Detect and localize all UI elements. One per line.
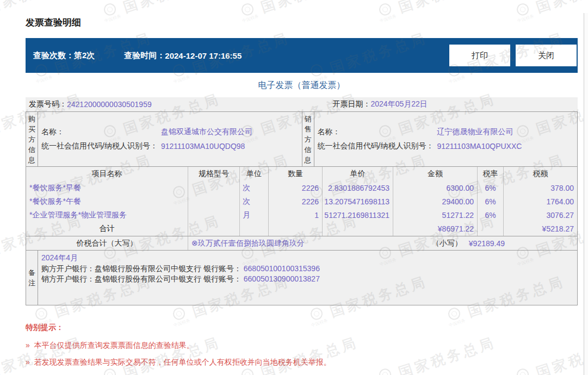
remarks-section: 备注 2024年4月 购方开户银行：盘锦银行股份有限公司中银支行 银行账号： 6… bbox=[26, 251, 578, 305]
bullet-icon: » bbox=[26, 358, 30, 367]
bullet-icon: » bbox=[26, 341, 30, 351]
header-amount: 金额 bbox=[393, 167, 478, 181]
item-unit-cell: 次 bbox=[240, 195, 269, 208]
notice-title: 特别提示： bbox=[26, 323, 578, 333]
buyer-body: 名称： 盘锦双通城市公交有限公司 统一社会信用代码/纳税人识别号： 912111… bbox=[38, 112, 302, 166]
item-unit-cell: 次 bbox=[240, 181, 269, 195]
amount-numeric-group: （小写） ¥92189.49 bbox=[432, 239, 505, 248]
notice-item: » 本平台仅提供所查询发票票面信息的查验结果。 bbox=[26, 341, 578, 351]
grand-total-row: 价税合计（大写） ⊗玖万贰仟壹佰捌拾玖圆肆角玖分 （小写） ¥92189.49 bbox=[26, 236, 578, 251]
invoice-date-value: 2024年05月22日 bbox=[371, 99, 428, 109]
buyer-taxid-value: 91211103MA10UQDQ98 bbox=[161, 142, 245, 151]
remarks-line1: 2024年4月 bbox=[41, 253, 577, 264]
seller-taxid-value: 91211103MA10QPUXXC bbox=[437, 142, 522, 151]
toolbar: 查验次数： 第2次 查验时间： 2024-12-07 17:16:55 打印 关… bbox=[26, 38, 578, 73]
seller-taxid-label: 统一社会信用代码/纳税人识别号： bbox=[314, 141, 437, 151]
item-spec-cell bbox=[188, 208, 240, 222]
total-spec-cell bbox=[188, 222, 240, 236]
buyer-side-label: 购买方信息 bbox=[26, 112, 38, 166]
remarks-seller-bank-line: 销方开户银行：盘锦银行股份有限公司中银支行 银行账号： 660050130900… bbox=[41, 274, 577, 285]
seller-bank-label: 销方开户银行：盘锦银行股份有限公司中银支行 银行账号： bbox=[41, 274, 242, 283]
item-tax-rate-cell: 6% bbox=[478, 195, 504, 208]
total-unit-cell bbox=[240, 222, 269, 236]
check-count-group: 查验次数： 第2次 bbox=[33, 51, 95, 61]
grand-total-label: 价税合计（大写） bbox=[26, 236, 188, 250]
item-tax-cell: 3076.27 bbox=[504, 208, 577, 222]
main-content: 发票查验明细 查验次数： 第2次 查验时间： 2024-12-07 17:16:… bbox=[0, 0, 588, 367]
close-button[interactable]: 关闭 bbox=[516, 45, 577, 66]
invoice-number-group: 发票号码： 24212000000030501959 bbox=[26, 99, 302, 109]
header-qty: 数量 bbox=[269, 167, 323, 181]
total-tax-cell: ¥5218.27 bbox=[504, 222, 577, 236]
header-tax: 税额 bbox=[504, 167, 577, 181]
scrollbar-track[interactable] bbox=[584, 13, 588, 375]
header-item-name: 项目名称 bbox=[26, 167, 188, 181]
item-amount-cell: 29400.00 bbox=[393, 195, 478, 208]
party-section: 购买方信息 名称： 盘锦双通城市公交有限公司 统一社会信用代码/纳税人识别号： … bbox=[26, 111, 578, 167]
buyer-bank-account: 668050100100315396 bbox=[244, 264, 320, 273]
buyer-bank-label: 购方开户银行：盘锦银行股份有限公司中银支行 银行账号： bbox=[41, 264, 242, 273]
invoice-number-label: 发票号码： bbox=[29, 99, 67, 109]
total-price-cell bbox=[323, 222, 393, 236]
invoice-panel: 发票号码： 24212000000030501959 开票日期： 2024年05… bbox=[26, 97, 578, 305]
item-unit-cell: 月 bbox=[240, 208, 269, 222]
invoice-type-title: 电子发票（普通发票） bbox=[26, 80, 578, 91]
item-tax-cell: 378.00 bbox=[504, 181, 577, 195]
seller-name-value: 辽宁德晟物业有限公司 bbox=[437, 127, 513, 137]
grand-total-content: ⊗玖万贰仟壹佰捌拾玖圆肆角玖分 （小写） ¥92189.49 bbox=[188, 239, 577, 248]
notice-item-text: 本平台仅提供所查询发票票面信息的查验结果。 bbox=[34, 341, 194, 351]
item-name-cell: *企业管理服务*物业管理服务 bbox=[26, 208, 188, 222]
buyer-name-row: 名称： 盘锦双通城市公交有限公司 bbox=[38, 125, 302, 139]
seller-bank-account: 660050130900013827 bbox=[244, 274, 320, 283]
total-qty-cell bbox=[269, 222, 323, 236]
amount-numeric-value: ¥92189.49 bbox=[469, 239, 505, 248]
check-count-value: 第2次 bbox=[74, 51, 95, 61]
header-price: 单价 bbox=[323, 167, 393, 181]
seller-taxid-row: 统一社会信用代码/纳税人识别号： 91211103MA10QPUXXC bbox=[314, 139, 578, 153]
seller-name-label: 名称： bbox=[314, 127, 437, 137]
item-name-cell: *餐饮服务*午餐 bbox=[26, 195, 188, 208]
notice-item: » 若发现发票查验结果与实际交易不符，任何单位或个人有权拒收并向当地税务机关举报… bbox=[26, 358, 578, 367]
notice-section: 特别提示： » 本平台仅提供所查询发票票面信息的查验结果。 » 若发现发票查验结… bbox=[26, 323, 578, 367]
check-time-group: 查验时间： 2024-12-07 17:16:55 bbox=[124, 51, 242, 61]
item-tax-cell: 1764.00 bbox=[504, 195, 577, 208]
items-total-row: 合计 ¥86971.22 ¥5218.27 bbox=[26, 222, 577, 236]
item-qty-cell: 2226 bbox=[269, 181, 323, 195]
invoice-date-group: 开票日期： 2024年05月22日 bbox=[302, 99, 578, 109]
total-tax-rate-cell bbox=[478, 222, 504, 236]
buyer-name-label: 名称： bbox=[38, 127, 161, 137]
small-amount-label: （小写） bbox=[432, 239, 462, 248]
seller-body: 名称： 辽宁德晟物业有限公司 统一社会信用代码/纳税人识别号： 91211103… bbox=[314, 112, 578, 166]
invoice-number-row: 发票号码： 24212000000030501959 开票日期： 2024年05… bbox=[26, 97, 578, 111]
items-header-row: 项目名称 规格型号 单位 数量 单价 金额 税率 税额 bbox=[26, 167, 577, 181]
item-tax-rate-cell: 6% bbox=[478, 208, 504, 222]
item-price-cell: 51271.2169811321 bbox=[323, 208, 393, 222]
toolbar-buttons: 打印 关闭 bbox=[449, 45, 577, 66]
remarks-body: 2024年4月 购方开户银行：盘锦银行股份有限公司中银支行 银行账号： 6680… bbox=[38, 251, 577, 305]
remarks-side-label: 备注 bbox=[26, 251, 38, 305]
item-price-cell: 2.8301886792453 bbox=[323, 181, 393, 195]
item-row: *餐饮服务*午餐 次 2226 13.2075471698113 29400.0… bbox=[26, 195, 577, 208]
buyer-name-value: 盘锦双通城市公交有限公司 bbox=[161, 127, 252, 137]
buyer-taxid-row: 统一社会信用代码/纳税人识别号： 91211103MA10UQDQ98 bbox=[38, 139, 302, 153]
seller-name-row: 名称： 辽宁德晟物业有限公司 bbox=[314, 125, 578, 139]
item-row: *餐饮服务*早餐 次 2226 2.8301886792453 6300.00 … bbox=[26, 181, 577, 195]
item-name-cell: *餐饮服务*早餐 bbox=[26, 181, 188, 195]
remarks-buyer-bank-line: 购方开户银行：盘锦银行股份有限公司中银支行 银行账号： 668050100100… bbox=[41, 264, 577, 274]
check-time-value: 2024-12-07 17:16:55 bbox=[165, 51, 242, 60]
print-button[interactable]: 打印 bbox=[449, 45, 510, 66]
buyer-taxid-label: 统一社会信用代码/纳税人识别号： bbox=[38, 141, 161, 151]
seller-side-label: 销售方信息 bbox=[302, 112, 314, 166]
header-unit: 单位 bbox=[240, 167, 269, 181]
page-title: 发票查验明细 bbox=[26, 16, 578, 29]
item-amount-cell: 6300.00 bbox=[393, 181, 478, 195]
total-amount-cell: ¥86971.22 bbox=[393, 222, 478, 236]
buyer-section: 购买方信息 名称： 盘锦双通城市公交有限公司 统一社会信用代码/纳税人识别号： … bbox=[26, 112, 302, 166]
header-spec: 规格型号 bbox=[188, 167, 240, 181]
item-tax-rate-cell: 6% bbox=[478, 181, 504, 195]
notice-item-text: 若发现发票查验结果与实际交易不符，任何单位或个人有权拒收并向当地税务机关举报。 bbox=[34, 358, 331, 367]
seller-section: 销售方信息 名称： 辽宁德晟物业有限公司 统一社会信用代码/纳税人识别号： 91… bbox=[302, 112, 578, 166]
item-row: *企业管理服务*物业管理服务 月 1 51271.2169811321 5127… bbox=[26, 208, 577, 222]
item-spec-cell bbox=[188, 195, 240, 208]
total-label-cell: 合计 bbox=[26, 222, 188, 236]
